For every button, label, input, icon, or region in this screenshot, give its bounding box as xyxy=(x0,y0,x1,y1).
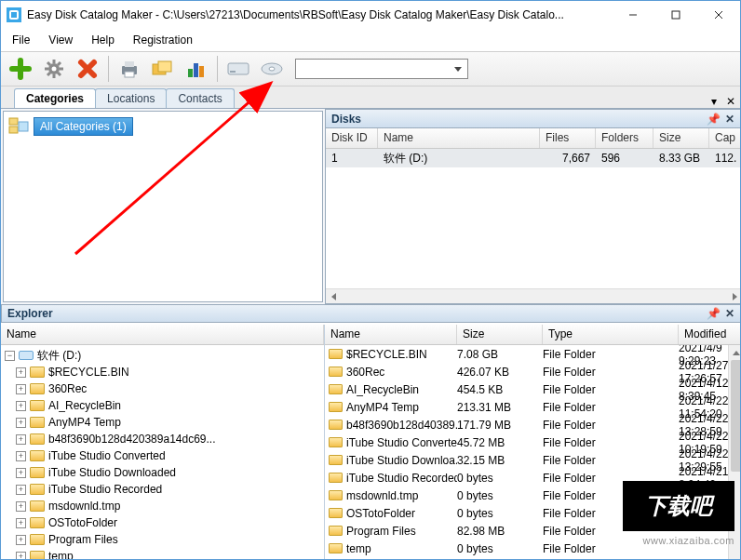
col-name[interactable]: Name xyxy=(1,325,324,344)
expander-icon[interactable]: − xyxy=(5,351,15,361)
add-button[interactable] xyxy=(5,53,36,85)
disk-row[interactable]: 1 软件 (D:) 7,667 596 8.33 GB 112. xyxy=(326,149,741,167)
file-name: Program Files xyxy=(346,525,416,538)
disk-cap: 112. xyxy=(709,150,741,167)
window-title: Easy Disk Catalog Maker - C:\Users\27213… xyxy=(27,8,612,21)
tree-node[interactable]: +iTube Studio Recorded xyxy=(1,481,324,498)
close-icon[interactable]: ✕ xyxy=(723,113,736,126)
file-name: temp xyxy=(346,542,371,555)
expander-icon[interactable]: + xyxy=(16,418,26,428)
tree-node[interactable]: +OSTotoFolder xyxy=(1,514,324,531)
toolbar-separator xyxy=(217,56,218,82)
app-icon xyxy=(7,7,21,22)
folder-icon xyxy=(30,383,45,394)
col-name[interactable]: Name xyxy=(378,128,540,148)
folder-icon xyxy=(329,437,343,447)
col-files[interactable]: Files xyxy=(540,128,596,148)
minimize-button[interactable] xyxy=(612,1,654,29)
print-button[interactable] xyxy=(114,53,145,85)
expander-icon[interactable]: + xyxy=(16,485,26,495)
drive-button-2[interactable] xyxy=(256,53,288,85)
tree-node[interactable]: +iTube Studio Converted xyxy=(1,447,324,464)
file-name: $RECYCLE.BIN xyxy=(346,348,427,361)
expander-icon[interactable]: + xyxy=(16,451,26,461)
expander-icon[interactable]: + xyxy=(16,552,26,561)
expander-icon[interactable]: + xyxy=(16,434,26,445)
file-type: File Folder xyxy=(543,366,679,379)
disks-title: Disks xyxy=(331,113,361,126)
pin-icon[interactable]: 📌 xyxy=(707,307,720,320)
tree-root[interactable]: −软件 (D:) xyxy=(1,347,324,364)
folder-icon xyxy=(329,420,343,430)
close-button[interactable] xyxy=(697,1,740,29)
file-name: OSTotoFolder xyxy=(346,507,415,520)
col-diskid[interactable]: Disk ID xyxy=(326,128,378,148)
toolbar-combo[interactable] xyxy=(295,59,468,79)
disk-files: 7,667 xyxy=(540,150,596,167)
expander-icon[interactable]: + xyxy=(16,518,26,528)
svg-rect-19 xyxy=(188,69,193,77)
menubar: File View Help Registration xyxy=(1,29,740,51)
explorer-tree-panel: Name −软件 (D:)+$RECYCLE.BIN+360Rec+AI_Rec… xyxy=(1,325,325,560)
col-folders[interactable]: Folders xyxy=(596,128,653,148)
svg-line-11 xyxy=(58,73,61,75)
tree-node[interactable]: +Program Files xyxy=(1,531,324,548)
expander-icon[interactable]: + xyxy=(16,501,26,512)
col-cap[interactable]: Cap xyxy=(709,128,741,148)
explorer-title: Explorer xyxy=(7,307,53,320)
left-tabs: Categories Locations Contacts ▾ ✕ xyxy=(1,87,740,109)
chart-button[interactable] xyxy=(181,53,212,85)
expander-icon[interactable]: + xyxy=(16,535,26,545)
tree-node[interactable]: +360Rec xyxy=(1,380,324,397)
watermark-url: www.xiazaiba.com xyxy=(643,535,734,546)
tab-categories[interactable]: Categories xyxy=(14,88,96,108)
tree-node[interactable]: +temp xyxy=(1,548,324,560)
tree-node-label: msdownld.tmp xyxy=(48,500,120,513)
tree-node[interactable]: +msdownld.tmp xyxy=(1,498,324,514)
svg-line-10 xyxy=(47,62,50,65)
folder-icon xyxy=(329,367,343,377)
file-size: 0 bytes xyxy=(457,472,543,485)
tree-node[interactable]: +b48f3690b128d420389a14dc69... xyxy=(1,431,324,447)
tab-locations[interactable]: Locations xyxy=(95,88,167,108)
file-type: File Folder xyxy=(543,436,679,449)
category-root[interactable]: All Categories (1) xyxy=(7,115,318,138)
menu-view[interactable]: View xyxy=(48,33,73,47)
col-name[interactable]: Name xyxy=(325,325,457,344)
tree-node[interactable]: +AI_RecycleBin xyxy=(1,397,324,414)
col-size[interactable]: Size xyxy=(457,325,543,344)
tree-node[interactable]: +$RECYCLE.BIN xyxy=(1,364,324,380)
expander-icon[interactable]: + xyxy=(16,367,26,378)
expander-icon[interactable]: + xyxy=(16,468,26,478)
disk-id: 1 xyxy=(326,150,378,167)
settings-button[interactable] xyxy=(38,53,70,85)
expander-icon[interactable]: + xyxy=(16,384,26,394)
disks-hscroll[interactable] xyxy=(326,288,741,303)
file-size: 82.98 MB xyxy=(457,525,543,538)
folder-icon xyxy=(329,526,343,536)
folder-icon xyxy=(30,417,45,428)
folder-icon xyxy=(30,400,45,411)
col-modified[interactable]: Modified xyxy=(679,325,741,344)
menu-help[interactable]: Help xyxy=(91,33,115,47)
col-type[interactable]: Type xyxy=(543,325,679,344)
tabs-dropdown-icon[interactable]: ▾ xyxy=(707,95,721,108)
delete-button[interactable] xyxy=(72,53,103,85)
menu-registration[interactable]: Registration xyxy=(133,33,193,47)
tab-contacts[interactable]: Contacts xyxy=(166,88,234,108)
col-size[interactable]: Size xyxy=(653,128,709,148)
tree-node[interactable]: +AnyMP4 Temp xyxy=(1,414,324,431)
folders-button[interactable] xyxy=(147,53,179,85)
tabs-close-icon[interactable]: ✕ xyxy=(721,95,740,108)
menu-file[interactable]: File xyxy=(12,33,30,47)
file-name: AnyMP4 Temp xyxy=(346,401,419,414)
file-name: 360Rec xyxy=(346,366,384,379)
maximize-button[interactable] xyxy=(654,1,697,29)
close-icon[interactable]: ✕ xyxy=(723,307,736,320)
expander-icon[interactable]: + xyxy=(16,401,26,411)
tree-node[interactable]: +iTube Studio Downloaded xyxy=(1,464,324,481)
folder-icon xyxy=(30,534,45,545)
pin-icon[interactable]: 📌 xyxy=(707,113,720,126)
categories-panel: All Categories (1) xyxy=(1,109,325,304)
drive-button-1[interactable] xyxy=(222,53,254,85)
